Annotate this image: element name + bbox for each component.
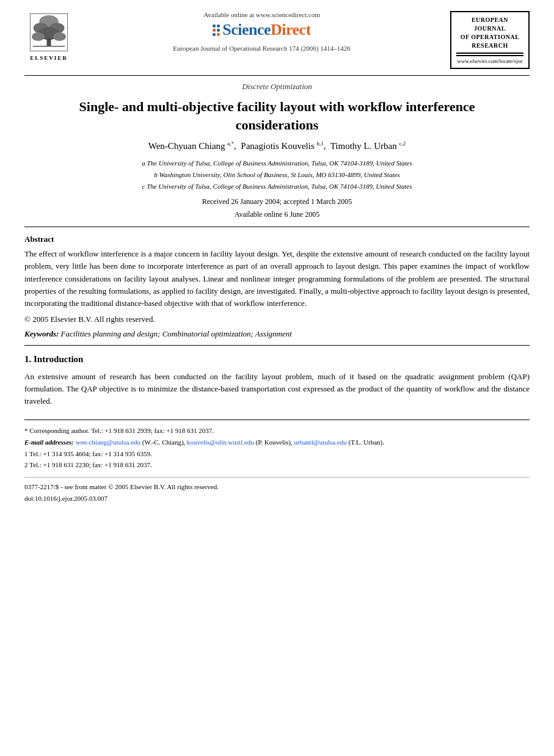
- copyright: © 2005 Elsevier B.V. All rights reserved…: [24, 314, 530, 324]
- journal-reference: European Journal of Operational Research…: [173, 45, 351, 52]
- dates: Received 26 January 2004; accepted 1 Mar…: [0, 195, 554, 220]
- email-1-link[interactable]: wen-chiang@utulsa.edu: [76, 438, 140, 446]
- available-online-text: Available online at www.sciencedirect.co…: [203, 11, 320, 18]
- corresponding-author-note: * Corresponding author. Tel.: +1 918 631…: [24, 425, 530, 437]
- email-1-name: (W.-C. Chiang),: [142, 438, 185, 446]
- abstract-top-divider: [24, 227, 530, 227]
- ejor-url: www.elsevier.com/locate/ejor: [456, 58, 523, 64]
- email-3-name: (T.L. Urban).: [348, 438, 384, 446]
- introduction-text: An extensive amount of research has been…: [24, 371, 530, 407]
- header-center: Available online at www.sciencedirect.co…: [73, 11, 450, 52]
- keywords-text: Facilities planning and design; Combinat…: [61, 329, 292, 338]
- elsevier-logo-icon: [27, 11, 70, 54]
- elsevier-label: ELSEVIER: [30, 55, 68, 61]
- abstract-section: Abstract The effect of workflow interfer…: [24, 234, 530, 339]
- keywords-label: Keywords:: [24, 329, 59, 338]
- header: ELSEVIER Available online at www.science…: [0, 0, 554, 69]
- abstract-title: Abstract: [24, 234, 530, 244]
- email-addresses-line: E-mail addresses: wen-chiang@utulsa.edu …: [24, 437, 530, 448]
- email-label: E-mail addresses:: [24, 438, 74, 446]
- author-chiang: Wen-Chyuan Chiang a,*: [148, 141, 234, 151]
- affil-a: a The University of Tulsa, College of Bu…: [37, 158, 517, 169]
- author-urban: Timothy L. Urban c,2: [330, 141, 406, 151]
- abstract-text: The effect of workflow interference is a…: [24, 248, 530, 310]
- abstract-bottom-divider: [24, 345, 530, 346]
- introduction-section: 1. Introduction An extensive amount of r…: [24, 354, 530, 407]
- sciencedirect-name: ScienceDirect: [222, 21, 311, 39]
- sd-dots-icon: [213, 24, 220, 36]
- email-2-link[interactable]: kouvelis@olin.wustl.edu: [187, 438, 254, 446]
- received-date: Received 26 January 2004; accepted 1 Mar…: [0, 195, 554, 208]
- available-online-date: Available online 6 June 2005: [0, 208, 554, 220]
- fn1-text: 1 Tel.: +1 314 935 4604; fax: +1 314 935…: [24, 448, 530, 460]
- affil-c: c The University of Tulsa, College of Bu…: [37, 181, 517, 192]
- page-footer: 0377-2217/$ - see front matter © 2005 El…: [24, 477, 530, 504]
- ejor-title-text: EUROPEANJOURNALOF OPERATIONALRESEARCH: [456, 16, 523, 50]
- authors-line: Wen-Chyuan Chiang a,*, Panagiotis Kouvel…: [0, 141, 554, 151]
- issn-line: 0377-2217/$ - see front matter © 2005 El…: [24, 481, 530, 493]
- page: ELSEVIER Available online at www.science…: [0, 0, 554, 756]
- elsevier-logo: ELSEVIER: [24, 11, 73, 61]
- sciencedirect-logo: ScienceDirect: [213, 21, 311, 39]
- paper-title: Single- and multi-objective facility lay…: [37, 98, 517, 134]
- affiliations: a The University of Tulsa, College of Bu…: [37, 158, 517, 192]
- footnotes: * Corresponding author. Tel.: +1 918 631…: [24, 420, 530, 471]
- author-kouvelis: Panagiotis Kouvelis b,1: [241, 141, 323, 151]
- fn2-text: 2 Tel.: +1 918 631 2230; fax: +1 918 631…: [24, 459, 530, 471]
- svg-point-7: [53, 32, 66, 41]
- introduction-title: 1. Introduction: [24, 354, 530, 365]
- ejor-logo: EUROPEANJOURNALOF OPERATIONALRESEARCH ww…: [450, 11, 530, 69]
- header-divider: [24, 75, 530, 76]
- doi-line: doi:10.1016/j.ejor.2005.03.007: [24, 493, 530, 504]
- email-3-link[interactable]: urbantl@utulsa.edu: [294, 438, 347, 446]
- section-label: Discrete Optimization: [24, 82, 530, 92]
- svg-point-6: [32, 32, 45, 41]
- email-2-name: (P. Kouvelis),: [256, 438, 293, 446]
- keywords-line: Keywords: Facilities planning and design…: [24, 329, 530, 339]
- affil-b: b Washington University, Olin School of …: [37, 169, 517, 181]
- svg-rect-5: [47, 38, 51, 46]
- ejor-lines: [456, 53, 523, 56]
